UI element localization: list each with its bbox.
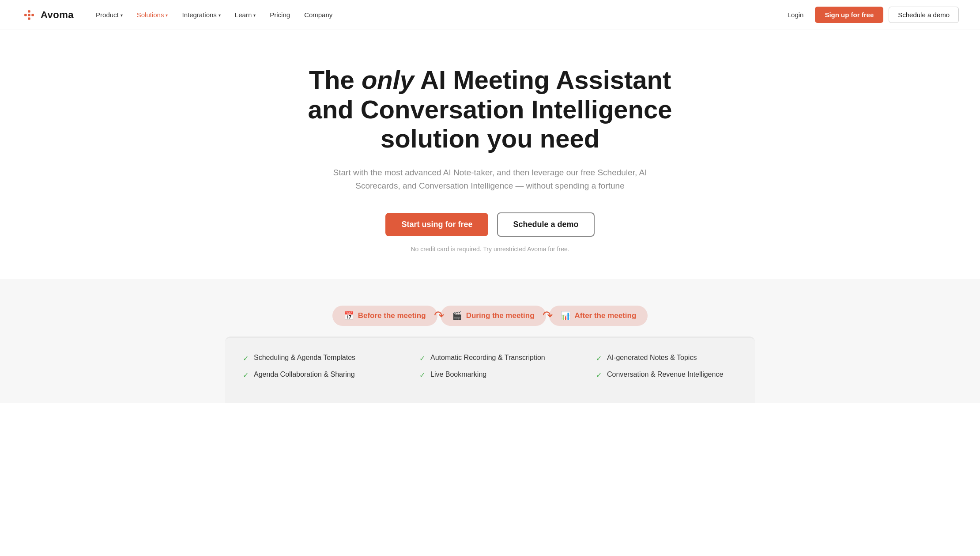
- nav-item-company[interactable]: Company: [298, 8, 339, 22]
- feature-card-during: ✓ Automatic Recording & Transcription ✓ …: [402, 337, 578, 403]
- signup-button[interactable]: Sign up for free: [815, 7, 883, 23]
- svg-rect-2: [24, 14, 26, 16]
- list-item: ✓ Agenda Collaboration & Sharing: [243, 371, 384, 379]
- check-icon: ✓: [419, 371, 425, 379]
- feature-card-before: ✓ Scheduling & Agenda Templates ✓ Agenda…: [225, 337, 402, 403]
- feature-card-after: ✓ AI-generated Notes & Topics ✓ Conversa…: [578, 337, 755, 403]
- list-item: ✓ Conversation & Revenue Intelligence: [596, 371, 737, 379]
- nav-item-learn[interactable]: Learn ▾: [229, 8, 262, 22]
- list-item: ✓ Automatic Recording & Transcription: [419, 354, 561, 363]
- logo-link[interactable]: Avoma: [21, 7, 74, 23]
- nav-item-solutions[interactable]: Solutions ▾: [131, 8, 174, 22]
- tab-during-label: During the meeting: [466, 311, 535, 320]
- calendar-icon: 📅: [344, 311, 354, 321]
- svg-rect-3: [31, 14, 34, 16]
- nav-item-pricing[interactable]: Pricing: [264, 8, 296, 22]
- login-button[interactable]: Login: [781, 8, 810, 22]
- chevron-down-icon: ▾: [219, 13, 221, 18]
- arrow-icon-2: ↷: [543, 308, 553, 323]
- check-icon: ✓: [596, 354, 602, 363]
- chart-icon: 📊: [561, 311, 570, 321]
- arrow-icon-1: ↷: [434, 308, 444, 323]
- svg-rect-4: [28, 17, 30, 19]
- chevron-down-icon: ▾: [166, 13, 168, 18]
- svg-rect-5: [28, 14, 30, 16]
- tab-after-meeting[interactable]: 📊 After the meeting: [549, 306, 648, 326]
- features-cards: ✓ Scheduling & Agenda Templates ✓ Agenda…: [225, 337, 755, 403]
- svg-rect-1: [28, 10, 30, 12]
- list-item: ✓ Live Bookmarking: [419, 371, 561, 379]
- main-nav: Avoma Product ▾ Solutions ▾ Integrations…: [0, 0, 980, 30]
- chevron-down-icon: ▾: [121, 13, 123, 18]
- tab-during-meeting[interactable]: 🎬 During the meeting: [441, 306, 546, 326]
- nav-item-integrations[interactable]: Integrations ▾: [176, 8, 226, 22]
- hero-cta: Start using for free Schedule a demo: [385, 212, 594, 237]
- start-free-button[interactable]: Start using for free: [385, 213, 488, 236]
- tab-after-label: After the meeting: [575, 311, 637, 320]
- check-icon: ✓: [596, 371, 602, 379]
- hero-note: No credit card is required. Try unrestri…: [411, 246, 569, 253]
- tab-before-label: Before the meeting: [358, 311, 426, 320]
- tab-before-meeting[interactable]: 📅 Before the meeting: [332, 306, 437, 326]
- features-inner: 📅 Before the meeting ↷ 🎬 During the meet…: [225, 306, 755, 403]
- chevron-down-icon: ▾: [253, 13, 256, 18]
- nav-item-product[interactable]: Product ▾: [90, 8, 129, 22]
- schedule-demo-nav-button[interactable]: Schedule a demo: [889, 7, 959, 23]
- schedule-demo-hero-button[interactable]: Schedule a demo: [497, 212, 594, 237]
- video-icon: 🎬: [452, 311, 462, 321]
- logo-text: Avoma: [41, 9, 74, 21]
- hero-section: The only AI Meeting Assistant and Conver…: [225, 30, 755, 279]
- features-tabs: 📅 Before the meeting ↷ 🎬 During the meet…: [225, 306, 755, 326]
- check-icon: ✓: [243, 371, 249, 379]
- hero-title: The only AI Meeting Assistant and Conver…: [291, 65, 689, 154]
- nav-right: Login Sign up for free Schedule a demo: [781, 7, 959, 23]
- features-section: 📅 Before the meeting ↷ 🎬 During the meet…: [0, 279, 980, 403]
- list-item: ✓ AI-generated Notes & Topics: [596, 354, 737, 363]
- logo-icon: [21, 7, 37, 23]
- check-icon: ✓: [419, 354, 425, 363]
- list-item: ✓ Scheduling & Agenda Templates: [243, 354, 384, 363]
- check-icon: ✓: [243, 354, 249, 363]
- hero-subtitle: Start with the most advanced AI Note-tak…: [322, 166, 658, 193]
- nav-links: Product ▾ Solutions ▾ Integrations ▾ Lea…: [90, 8, 781, 22]
